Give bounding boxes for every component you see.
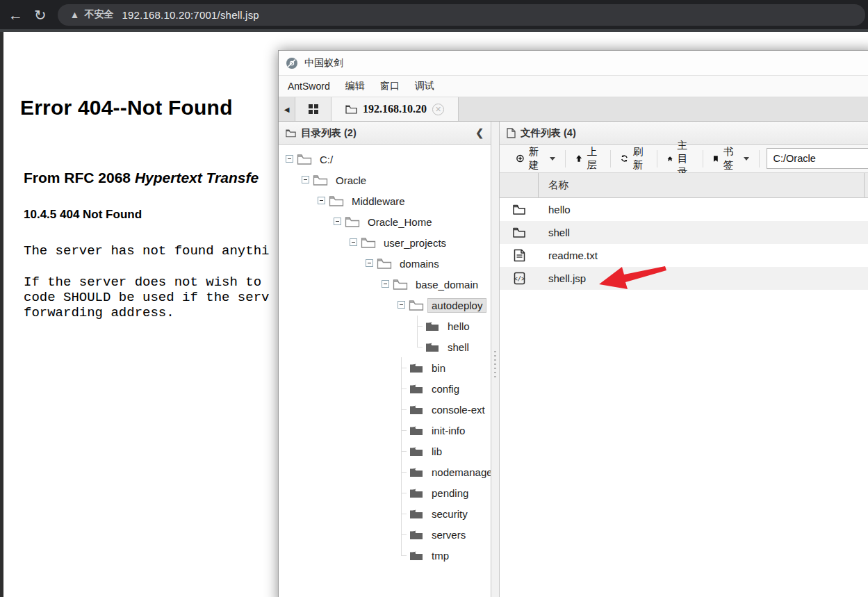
collapse-expander-icon[interactable]: [318, 197, 325, 204]
folder-icon: [512, 227, 526, 238]
tree-node-icon: [407, 486, 428, 499]
tree-node-label[interactable]: domains: [396, 257, 443, 270]
collapse-expander-icon[interactable]: [350, 238, 357, 246]
tree-node-config[interactable]: config: [279, 378, 491, 399]
folder-open-icon: [313, 174, 328, 186]
tree-node-hello[interactable]: hello: [279, 316, 491, 336]
tree-node-label[interactable]: config: [428, 382, 463, 395]
collapse-expander-icon[interactable]: [334, 218, 341, 225]
tree-node-label[interactable]: Oracle: [332, 174, 370, 187]
security-badge[interactable]: ▲ 不安全: [70, 8, 114, 21]
menu-item--[interactable]: 编辑: [338, 80, 372, 92]
name-column-header[interactable]: 名称: [539, 173, 865, 197]
toolbar-button-label: 主目录: [678, 139, 693, 179]
tree-node-label[interactable]: nodemanager: [428, 466, 491, 479]
file-name[interactable]: shell: [539, 227, 570, 238]
tree-node-bin[interactable]: bin: [279, 357, 491, 378]
file-row-shell-jsp[interactable]: </>shell.jsp: [500, 267, 868, 290]
tree-node-console-ext[interactable]: console-ext: [279, 399, 491, 420]
tree-node-label[interactable]: tmp: [428, 549, 452, 562]
panel-collapse-icon[interactable]: ❮: [475, 127, 484, 138]
tree-node-base_domain[interactable]: base_domain: [279, 274, 491, 295]
collapse-expander-icon[interactable]: [398, 301, 405, 309]
path-input[interactable]: [767, 148, 868, 169]
tree-node-servers[interactable]: servers: [279, 524, 491, 545]
code-file-icon: </>: [500, 272, 539, 285]
tree-node-label[interactable]: Oracle_Home: [364, 215, 436, 229]
menu-item-antsword[interactable]: AntSword: [280, 81, 338, 92]
tree-node-icon: [295, 153, 316, 165]
tree-connector: [396, 503, 407, 524]
tree-connector: [396, 524, 407, 545]
tab-close-icon[interactable]: ✕: [432, 104, 444, 115]
file-row-readme-txt[interactable]: readme.txt: [500, 244, 868, 267]
tree-node-label[interactable]: shell: [444, 341, 473, 354]
collapse-expander-icon[interactable]: [382, 280, 389, 288]
file-row-hello[interactable]: hello: [500, 198, 868, 221]
tree-node-label[interactable]: Middleware: [348, 195, 409, 208]
tree-node-lib[interactable]: lib: [279, 441, 491, 461]
tree-node-c-[interactable]: C:/: [279, 149, 491, 170]
tree-node-tmp[interactable]: tmp: [279, 545, 491, 566]
menu-item--[interactable]: 调试: [407, 80, 442, 92]
toolbar-button-up-arrow[interactable]: 上层: [566, 145, 611, 172]
back-icon[interactable]: ←: [8, 8, 23, 22]
folder-open-icon: [329, 195, 344, 207]
security-label: 不安全: [84, 8, 113, 21]
tree-node-autodeploy[interactable]: autodeploy: [279, 295, 491, 316]
address-bar[interactable]: ▲ 不安全 192.168.10.20:7001/shell.jsp: [58, 4, 865, 26]
collapse-expander-icon[interactable]: [302, 176, 309, 183]
tree-node-user_projects[interactable]: user_projects: [279, 232, 491, 253]
tree-node-pending[interactable]: pending: [279, 482, 491, 503]
panel-splitter[interactable]: [491, 122, 500, 597]
tree-node-label[interactable]: console-ext: [428, 403, 489, 416]
file-icon: [507, 128, 516, 138]
code-file-icon: </>: [514, 272, 525, 285]
tree-node-init-info[interactable]: init-info: [279, 420, 491, 441]
tree-node-label[interactable]: autodeploy: [428, 299, 486, 312]
tree-node-domains[interactable]: domains: [279, 253, 491, 274]
url-text[interactable]: 192.168.10.20:7001/shell.jsp: [122, 9, 259, 21]
text-file-icon: [514, 249, 525, 262]
tree-node-label[interactable]: base_domain: [412, 278, 482, 291]
tree-node-oracle_home[interactable]: Oracle_Home: [279, 211, 491, 232]
tree-node-label[interactable]: hello: [444, 320, 473, 333]
reload-icon[interactable]: ↻: [34, 8, 47, 22]
tree-node-label[interactable]: bin: [428, 361, 449, 375]
home-icon: [667, 154, 673, 164]
file-row-shell[interactable]: shell: [500, 221, 868, 244]
tree-node-nodemanager[interactable]: nodemanager: [279, 461, 491, 482]
tree-connector: [396, 441, 407, 461]
tree-node-oracle[interactable]: Oracle: [279, 170, 491, 190]
tree-node-security[interactable]: security: [279, 503, 491, 524]
session-tab[interactable]: 192.168.10.20 ✕: [331, 97, 459, 121]
toolbar-button-plus-circle[interactable]: 新建: [507, 145, 565, 172]
tree-node-label[interactable]: servers: [428, 528, 469, 541]
tree-node-label[interactable]: pending: [428, 486, 472, 500]
collapse-expander-icon[interactable]: [366, 259, 373, 267]
tab-grid-button[interactable]: [295, 97, 331, 121]
file-name[interactable]: readme.txt: [539, 250, 598, 261]
tree-node-label[interactable]: C:/: [316, 153, 336, 166]
file-list: helloshellreadme.txt</>shell.jsp: [500, 198, 868, 290]
collapse-expander-icon[interactable]: [286, 155, 293, 163]
tree-node-middleware[interactable]: Middleware: [279, 190, 491, 211]
tree-node-shell[interactable]: shell: [279, 336, 491, 357]
folder-icon: [409, 507, 424, 520]
tree-node-label[interactable]: lib: [428, 445, 445, 458]
tab-scroll-left-icon[interactable]: ◀: [279, 97, 295, 121]
folder-icon: [409, 403, 424, 416]
toolbar-button-refresh[interactable]: 刷新: [611, 145, 657, 172]
tree-node-label[interactable]: user_projects: [380, 236, 450, 250]
tree-connector: [396, 420, 407, 441]
tree-node-icon: [327, 195, 348, 207]
tree-node-label[interactable]: init-info: [428, 424, 468, 437]
toolbar-button-bookmark[interactable]: 书签: [703, 145, 759, 172]
menu-item--[interactable]: 窗口: [372, 80, 407, 92]
toolbar-button-home[interactable]: 主目录: [657, 145, 703, 172]
folder-icon: [409, 424, 424, 436]
file-name[interactable]: shell.jsp: [539, 272, 586, 284]
tree-node-icon: [407, 466, 428, 478]
file-name[interactable]: hello: [539, 204, 571, 215]
tree-node-label[interactable]: security: [428, 507, 471, 521]
